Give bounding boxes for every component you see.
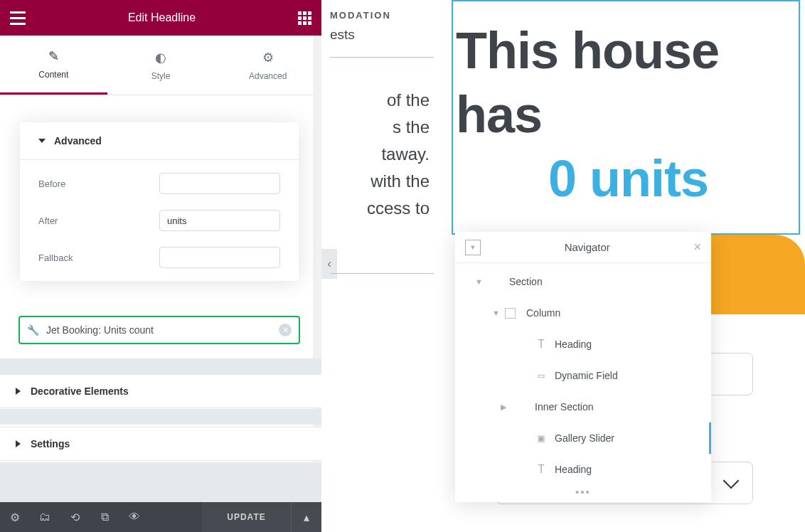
navigator-item[interactable]: ▭Dynamic Field — [455, 360, 711, 391]
dynamic-tag-field[interactable]: 🔧 Jet Booking: Units count ✕ — [18, 316, 300, 344]
section-label: Decorative Elements — [31, 385, 129, 397]
headline-text: This house has 0 units — [456, 18, 799, 211]
field-label: After — [38, 216, 58, 226]
panel-header: Edit Headline — [0, 0, 321, 36]
popover-title: Advanced — [54, 135, 102, 147]
tab-style[interactable]: ◐ Style — [107, 36, 215, 95]
field-fallback: Fallback — [38, 247, 280, 268]
preview-icon[interactable]: 👁 — [119, 502, 149, 532]
navigator-item[interactable]: THeading — [455, 329, 711, 360]
text-fragment: ests — [330, 27, 355, 43]
close-icon[interactable]: × — [693, 240, 701, 255]
settings-icon[interactable]: ⚙ — [0, 502, 30, 532]
chevron-down-icon — [723, 473, 740, 489]
gear-icon: ⚙ — [262, 50, 274, 65]
caret-right-icon[interactable]: ▶ — [501, 403, 508, 412]
history-icon[interactable]: ⟲ — [60, 502, 90, 532]
clear-icon[interactable]: ✕ — [279, 324, 292, 336]
after-input[interactable] — [159, 210, 280, 231]
drag-handle-icon[interactable]: ••• — [455, 484, 711, 499]
navigator-tree: ▼Section▼⃞ColumnTHeading▭Dynamic Field▶I… — [455, 263, 711, 484]
navigator-item-label: Gallery Slider — [555, 432, 614, 444]
section-settings[interactable]: Settings — [0, 427, 321, 461]
apps-icon[interactable] — [298, 11, 311, 25]
selected-headline-widget[interactable]: This house has 0 units — [452, 0, 800, 235]
yellow-block — [698, 235, 805, 314]
element-type-icon: T — [535, 338, 548, 351]
navigator-item-label: Dynamic Field — [555, 370, 618, 381]
panel-footer: ⚙ 🗂 ⟲ ⧉ 👁 UPDATE ▴ — [0, 502, 321, 532]
panel-title: Edit Headline — [128, 11, 196, 24]
tab-label: Content — [38, 70, 68, 80]
caret-down-icon — [38, 139, 46, 143]
field-before: Before — [38, 173, 280, 194]
divider — [330, 273, 434, 274]
navigator-panel: ▾ Navigator × ▼Section▼⃞ColumnTHeading▭D… — [455, 232, 711, 502]
panel-collapse-handle[interactable]: ‹ — [321, 249, 337, 279]
menu-icon[interactable] — [10, 11, 26, 25]
navigator-item[interactable]: ▼Section — [455, 266, 711, 297]
navigator-icon[interactable]: 🗂 — [30, 502, 60, 532]
field-label: Fallback — [38, 252, 73, 263]
section-label: Settings — [31, 438, 70, 449]
navigator-item-label: Heading — [555, 339, 592, 350]
navigator-item[interactable]: ▶Inner Section — [455, 391, 711, 422]
navigator-item[interactable]: THeading — [455, 454, 711, 484]
divider — [0, 462, 321, 502]
field-label: Before — [38, 179, 65, 189]
advanced-popover: Advanced Before After Fallback — [20, 122, 299, 281]
contrast-icon: ◐ — [155, 50, 166, 65]
caret-right-icon — [16, 388, 21, 395]
navigator-title: Navigator — [481, 241, 693, 253]
collapse-all-icon[interactable]: ▾ — [465, 240, 481, 255]
element-type-icon: T — [535, 463, 548, 476]
caret-right-icon — [16, 440, 21, 447]
navigator-item[interactable]: ▣Gallery Slider — [455, 422, 711, 454]
tabs: ✎ Content ◐ Style ⚙ Advanced — [0, 36, 321, 95]
tab-label: Advanced — [249, 71, 287, 81]
navigator-item-label: Heading — [555, 464, 592, 475]
tab-label: Style — [151, 71, 171, 81]
headline-dynamic-value: 0 units — [456, 147, 799, 211]
before-input[interactable] — [159, 173, 280, 194]
text-fragment: MODATION — [330, 10, 391, 21]
navigator-item-label: Column — [526, 307, 560, 319]
update-dropdown[interactable]: ▴ — [292, 502, 321, 532]
fallback-input[interactable] — [159, 247, 280, 268]
navigator-item-label: Inner Section — [535, 401, 594, 413]
element-type-icon: ⃞ — [506, 307, 519, 319]
section-decorative-elements[interactable]: Decorative Elements — [0, 374, 321, 408]
editor-panel: Edit Headline ✎ Content ◐ Style ⚙ Advanc… — [0, 0, 321, 532]
element-type-icon: ▣ — [535, 432, 548, 445]
responsive-icon[interactable]: ⧉ — [90, 502, 119, 532]
navigator-header: ▾ Navigator × — [455, 232, 711, 263]
divider — [0, 409, 321, 425]
element-type-icon: ▭ — [535, 369, 548, 382]
tab-content[interactable]: ✎ Content — [0, 36, 107, 95]
dynamic-tag-text: Jet Booking: Units count — [46, 324, 272, 336]
caret-down-icon[interactable]: ▼ — [492, 309, 499, 317]
field-after: After — [38, 210, 280, 231]
navigator-item[interactable]: ▼⃞Column — [455, 297, 711, 329]
pencil-icon: ✎ — [48, 48, 59, 64]
popover-body: Before After Fallback — [20, 160, 299, 281]
update-button[interactable]: UPDATE — [202, 502, 292, 532]
popover-header[interactable]: Advanced — [20, 122, 299, 160]
body-text: of the s the taway. with the ccess to — [330, 87, 430, 222]
wrench-icon: 🔧 — [27, 324, 39, 336]
divider — [0, 358, 321, 374]
tab-advanced[interactable]: ⚙ Advanced — [214, 36, 321, 95]
caret-down-icon[interactable]: ▼ — [475, 277, 482, 286]
navigator-item-label: Section — [509, 276, 543, 287]
divider — [330, 57, 434, 58]
